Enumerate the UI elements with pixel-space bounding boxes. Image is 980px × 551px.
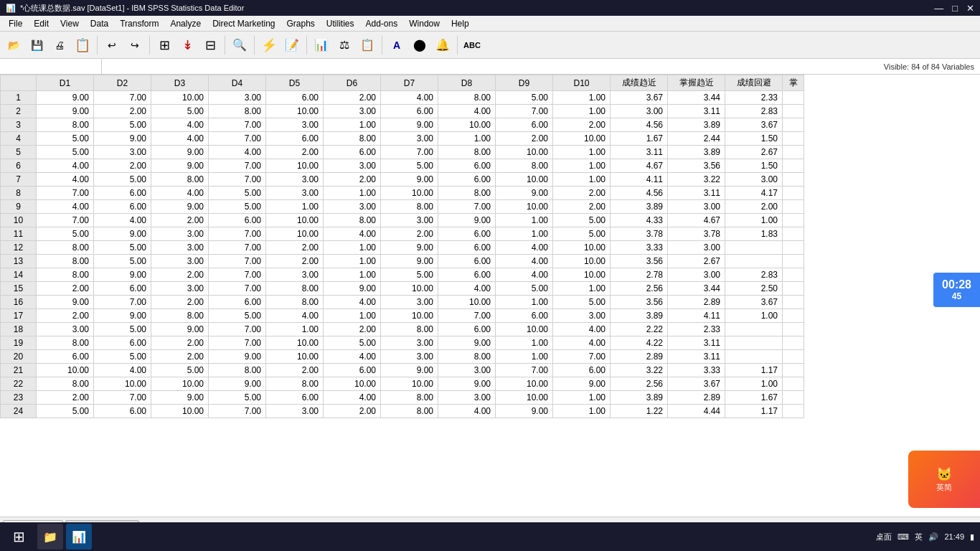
cell-value[interactable]: 3.00 bbox=[324, 159, 381, 173]
cell-value[interactable] bbox=[783, 173, 804, 187]
cell-value[interactable]: 4.00 bbox=[553, 336, 611, 350]
cell-value[interactable] bbox=[783, 214, 804, 227]
cell-value[interactable]: 6.00 bbox=[438, 173, 496, 187]
cell-value[interactable]: 7.00 bbox=[209, 405, 266, 418]
cell-value[interactable]: 4.17 bbox=[725, 187, 783, 200]
table-row[interactable]: 55.003.009.004.002.006.007.008.0010.001.… bbox=[1, 146, 804, 159]
cell-value[interactable]: 5.00 bbox=[94, 241, 151, 255]
cell-value[interactable]: 3.89 bbox=[611, 200, 668, 214]
cell-value[interactable]: 6.00 bbox=[438, 159, 496, 173]
cell-value[interactable]: 7.00 bbox=[209, 132, 266, 146]
cell-value[interactable]: 5.00 bbox=[209, 200, 266, 214]
cell-value[interactable]: 1.17 bbox=[725, 405, 783, 418]
col-header-d7[interactable]: D7 bbox=[381, 75, 438, 91]
cell-value[interactable]: 4.11 bbox=[611, 173, 668, 187]
cell-value[interactable]: 8.00 bbox=[381, 391, 438, 405]
cell-value[interactable]: 6.00 bbox=[438, 268, 496, 282]
cell-value[interactable]: 4.00 bbox=[266, 309, 324, 323]
table-row[interactable]: 64.002.009.007.0010.003.005.006.008.001.… bbox=[1, 159, 804, 173]
cell-value[interactable]: 7.00 bbox=[553, 350, 611, 364]
cell-value[interactable]: 1.00 bbox=[266, 323, 324, 336]
cell-value[interactable]: 6.00 bbox=[266, 391, 324, 405]
cell-value[interactable]: 3.00 bbox=[725, 173, 783, 187]
cell-value[interactable] bbox=[783, 296, 804, 309]
cell-value[interactable]: 10.00 bbox=[381, 377, 438, 391]
toolbar-abc[interactable]: ABC bbox=[461, 34, 483, 56]
cell-value[interactable]: 2.67 bbox=[668, 255, 725, 268]
cell-value[interactable]: 8.00 bbox=[324, 132, 381, 146]
toolbar-undo[interactable]: ↩ bbox=[101, 34, 123, 56]
cell-value[interactable]: 8.00 bbox=[37, 336, 94, 350]
cell-value[interactable]: 2.00 bbox=[381, 227, 438, 241]
cell-value[interactable]: 6.00 bbox=[381, 105, 438, 118]
cell-value[interactable]: 7.00 bbox=[381, 146, 438, 159]
cell-value[interactable]: 1.00 bbox=[324, 187, 381, 200]
cell-value[interactable]: 5.00 bbox=[324, 336, 381, 350]
cell-value[interactable]: 10.00 bbox=[324, 377, 381, 391]
cell-value[interactable]: 9.00 bbox=[94, 268, 151, 282]
cell-value[interactable]: 8.00 bbox=[37, 377, 94, 391]
cell-value[interactable] bbox=[783, 241, 804, 255]
cell-value[interactable]: 7.00 bbox=[37, 187, 94, 200]
col-header-d6[interactable]: D6 bbox=[324, 75, 381, 91]
col-header-d8[interactable]: D8 bbox=[438, 75, 496, 91]
minimize-button[interactable]: — bbox=[934, 3, 943, 14]
cell-value[interactable] bbox=[725, 241, 783, 255]
cell-value[interactable]: 4.00 bbox=[94, 214, 151, 227]
cell-value[interactable]: 9.00 bbox=[438, 214, 496, 227]
cell-value[interactable] bbox=[783, 391, 804, 405]
col-header-d5[interactable]: D5 bbox=[266, 75, 324, 91]
cell-value[interactable]: 6.00 bbox=[94, 405, 151, 418]
cell-value[interactable]: 8.00 bbox=[37, 255, 94, 268]
cell-value[interactable]: 9.00 bbox=[553, 377, 611, 391]
cell-value[interactable]: 8.00 bbox=[37, 268, 94, 282]
cell-value[interactable]: 10.00 bbox=[94, 377, 151, 391]
cell-value[interactable]: 4.00 bbox=[496, 268, 553, 282]
cell-value[interactable]: 3.00 bbox=[209, 91, 266, 105]
cell-value[interactable] bbox=[783, 118, 804, 132]
cell-value[interactable] bbox=[783, 282, 804, 296]
cell-value[interactable]: 3.00 bbox=[438, 391, 496, 405]
cell-value[interactable]: 6.00 bbox=[438, 323, 496, 336]
cell-value[interactable]: 7.00 bbox=[209, 173, 266, 187]
cell-value[interactable]: 5.00 bbox=[209, 187, 266, 200]
col-header-d10[interactable]: D10 bbox=[553, 75, 611, 91]
cell-value[interactable]: 6.00 bbox=[496, 118, 553, 132]
cell-value[interactable]: 9.00 bbox=[381, 255, 438, 268]
cell-value[interactable]: 6.00 bbox=[496, 309, 553, 323]
cell-value[interactable]: 4.00 bbox=[151, 132, 209, 146]
col-header-zhangwoqujin[interactable]: 掌握趋近 bbox=[668, 75, 725, 91]
toolbar-bell[interactable]: 🔔 bbox=[432, 34, 453, 56]
maximize-button[interactable]: □ bbox=[952, 3, 958, 14]
cell-value[interactable]: 3.67 bbox=[725, 118, 783, 132]
cell-value[interactable]: 8.00 bbox=[266, 282, 324, 296]
cell-value[interactable]: 5.00 bbox=[94, 118, 151, 132]
cell-value[interactable]: 7.00 bbox=[209, 282, 266, 296]
cell-value[interactable]: 10.00 bbox=[381, 309, 438, 323]
col-header-d2[interactable]: D2 bbox=[94, 75, 151, 91]
cell-value[interactable]: 4.56 bbox=[611, 118, 668, 132]
cell-value[interactable]: 7.00 bbox=[94, 91, 151, 105]
cell-value[interactable]: 3.56 bbox=[668, 159, 725, 173]
cell-value[interactable]: 4.11 bbox=[668, 309, 725, 323]
taskbar-show-desktop[interactable]: ▮ bbox=[970, 532, 974, 542]
cell-value[interactable]: 4.00 bbox=[37, 200, 94, 214]
cell-value[interactable]: 2.00 bbox=[151, 336, 209, 350]
col-header-chengjihuibi[interactable]: 成绩回避 bbox=[725, 75, 783, 91]
cell-value[interactable] bbox=[783, 227, 804, 241]
cell-value[interactable]: 4.00 bbox=[324, 296, 381, 309]
cell-value[interactable]: 10.00 bbox=[496, 173, 553, 187]
cell-value[interactable]: 10.00 bbox=[37, 364, 94, 377]
cell-value[interactable]: 3.00 bbox=[151, 282, 209, 296]
cell-value[interactable]: 7.00 bbox=[94, 296, 151, 309]
cell-value[interactable]: 2.00 bbox=[553, 187, 611, 200]
table-row[interactable]: 128.005.003.007.002.001.009.006.004.0010… bbox=[1, 241, 804, 255]
cell-value[interactable]: 6.00 bbox=[94, 187, 151, 200]
cell-value[interactable]: 3.11 bbox=[668, 336, 725, 350]
cell-value[interactable]: 2.50 bbox=[725, 282, 783, 296]
cell-value[interactable]: 2.33 bbox=[725, 91, 783, 105]
menu-analyze[interactable]: Analyze bbox=[164, 16, 207, 31]
cell-value[interactable]: 3.00 bbox=[324, 105, 381, 118]
cell-value[interactable]: 6.00 bbox=[94, 282, 151, 296]
cell-value[interactable] bbox=[783, 255, 804, 268]
